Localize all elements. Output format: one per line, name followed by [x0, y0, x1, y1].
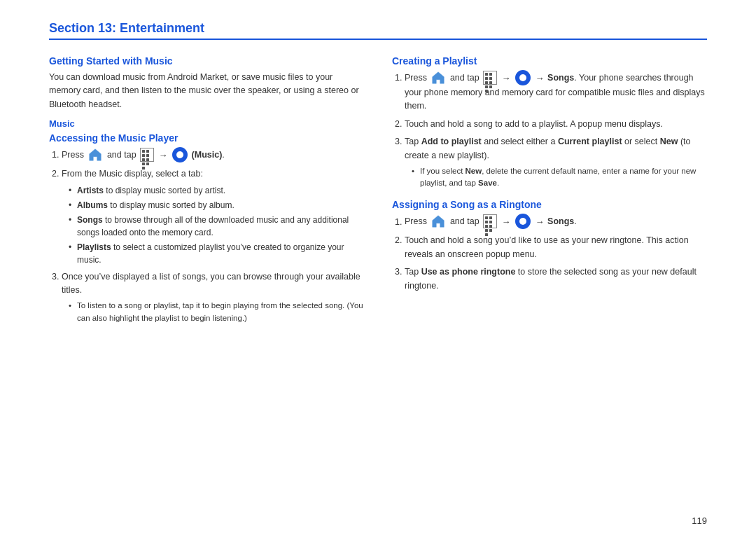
home-icon-2 — [430, 70, 446, 85]
music-circle-icon — [172, 147, 188, 162]
creating-step-2: Touch and hold a song to add to a playli… — [405, 118, 707, 131]
arrow-3: → — [536, 71, 545, 85]
step1-suffix: (Music). — [192, 150, 225, 160]
step-2: From the Music display, select a tab: Ar… — [62, 167, 364, 265]
grid-icon — [140, 148, 154, 162]
assigning-step1-mid: and tap — [450, 217, 479, 227]
artists-bullet: Artists to display music sorted by artis… — [69, 184, 364, 197]
right-column: Creating a Playlist Press and tap — [392, 55, 707, 330]
accessing-steps: Press and tap → — [49, 148, 364, 324]
tab-list: Artists to display music sorted by artis… — [62, 184, 364, 266]
section-header: Section 13: Entertainment — [49, 21, 707, 40]
left-column: Getting Started with Music You can downl… — [49, 55, 364, 330]
creating-steps: Press and tap → — [392, 71, 707, 189]
creating-step1-prefix: Press — [405, 73, 427, 83]
step1-and: and tap — [107, 150, 136, 160]
step3-tap: Tap Add to playlist and select either a … — [405, 137, 691, 160]
assigning-steps: Press and tap → — [392, 214, 707, 293]
music-label: Music — [49, 118, 364, 129]
arrow-4: → — [502, 215, 511, 229]
creating-step-1: Press and tap → — [405, 71, 707, 113]
arrow-1: → — [159, 148, 168, 162]
listen-bullet: To listen to a song or playlist, tap it … — [69, 300, 364, 324]
two-columns: Getting Started with Music You can downl… — [49, 55, 707, 330]
assigning-step-1: Press and tap → — [405, 214, 707, 230]
accessing-title: Accessing the Music Player — [49, 132, 364, 144]
step-3: Once you’ve displayed a list of songs, y… — [62, 270, 364, 324]
creating-step1-suffix: Songs. — [547, 73, 577, 83]
step3-subbullet: To listen to a song or playlist, tap it … — [62, 300, 364, 324]
playlists-bullet: Playlists to select a customized playlis… — [69, 241, 364, 266]
home-icon-3 — [430, 214, 446, 229]
creating-sub: If you select New, delete the current de… — [405, 165, 707, 190]
creating-step1-mid: and tap — [450, 73, 479, 83]
step2-text: From the Music display, select a tab: — [62, 169, 203, 179]
assigning-step-3: Tap Use as phone ringtone to store the s… — [405, 265, 707, 293]
circle-icon-3 — [515, 214, 531, 229]
creating-step-3: Tap Add to playlist and select either a … — [405, 135, 707, 189]
circle-icon-2 — [515, 70, 531, 85]
assigning-title: Assigning a Song as a Ringtone — [392, 199, 707, 210]
arrow-2: → — [502, 71, 511, 85]
new-playlist-bullet: If you select New, delete the current de… — [412, 165, 707, 190]
page-number: 119 — [692, 515, 707, 526]
home-icon — [88, 147, 103, 162]
songs-bullet: Songs to browse through all of the downl… — [69, 214, 364, 239]
assigning-step1-suffix: Songs. — [547, 217, 577, 227]
step-1: Press and tap → — [62, 148, 364, 163]
step1-prefix: Press — [62, 150, 84, 160]
grid-icon-2 — [483, 71, 497, 85]
creating-title: Creating a Playlist — [392, 55, 707, 67]
section-title: Section 13: Entertainment — [49, 21, 204, 35]
intro-text: You can download music from Android Mark… — [49, 71, 364, 111]
assigning-step1-prefix: Press — [405, 217, 427, 227]
page-container: Section 13: Entertainment Getting Starte… — [0, 0, 756, 540]
assigning-step-2: Touch and hold a song you’d like to use … — [405, 234, 707, 261]
arrow-5: → — [536, 215, 545, 229]
grid-icon-3 — [483, 214, 497, 228]
albums-bullet: Albums to display music sorted by album. — [69, 199, 364, 212]
getting-started-title: Getting Started with Music — [49, 55, 364, 67]
